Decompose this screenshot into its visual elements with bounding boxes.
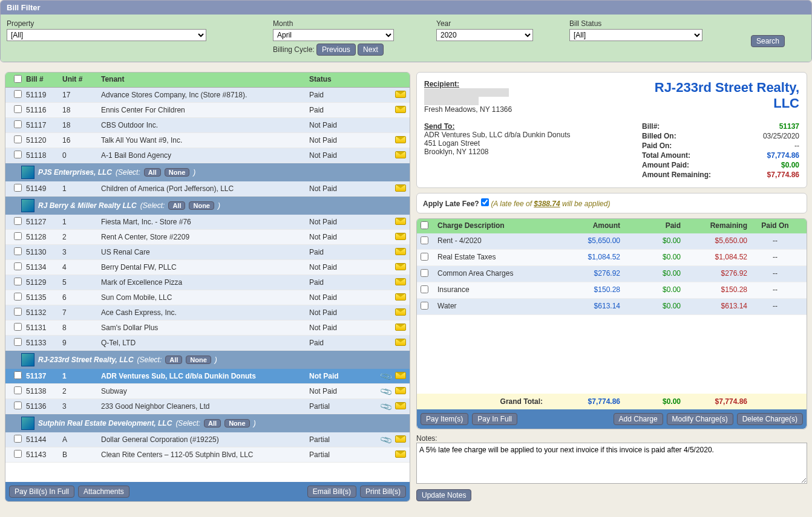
mail-icon[interactable] (395, 339, 406, 346)
table-row[interactable]: 51136 3 233 Good Neighbor Cleaners, Ltd … (5, 399, 410, 414)
select-all-checkbox[interactable] (14, 75, 22, 83)
mail-icon[interactable] (395, 387, 406, 394)
charge-amount[interactable]: $613.14 (555, 302, 620, 311)
charge-row[interactable]: Common Area Charges $276.92 $0.00 $276.9… (417, 266, 807, 282)
charge-amount[interactable]: $150.28 (555, 285, 620, 295)
group-select-all[interactable]: All (204, 419, 221, 428)
mail-icon[interactable] (395, 278, 406, 285)
row-checkbox[interactable] (14, 323, 22, 331)
row-checkbox[interactable] (14, 435, 22, 443)
attachment-icon[interactable]: 📎 (379, 369, 393, 383)
modify-charges-button[interactable]: Modify Charge(s) (667, 413, 733, 425)
charge-row[interactable]: Rent - 4/2020 $5,650.00 $0.00 $5,650.00 … (417, 233, 807, 250)
table-row[interactable]: 51130 3 US Renal Care Paid (5, 245, 410, 260)
table-body[interactable]: 51119 17 Advance Stores Company, Inc (St… (5, 88, 410, 482)
mail-icon[interactable] (395, 263, 406, 270)
charge-checkbox[interactable] (421, 253, 428, 261)
mail-icon[interactable] (395, 372, 406, 379)
previous-button[interactable]: Previous (316, 44, 356, 56)
charges-select-all[interactable] (421, 221, 428, 229)
mail-icon[interactable] (395, 136, 406, 143)
row-checkbox[interactable] (14, 450, 22, 458)
delete-charges-button[interactable]: Delete Charge(s) (737, 413, 803, 425)
attachment-icon[interactable]: 📎 (379, 400, 393, 413)
table-row[interactable]: 51143 B Clean Rite Centers – 112-05 Sutp… (5, 447, 410, 463)
table-row[interactable]: 51138 2 Subway Not Paid 📎 (5, 384, 410, 399)
notes-textarea[interactable]: A 5% late fee charge will be applied to … (416, 443, 807, 484)
row-checkbox[interactable] (14, 184, 22, 192)
charge-row[interactable]: Real Estate Taxes $1,084.52 $0.00 $1,084… (417, 250, 807, 266)
group-select-none[interactable]: None (186, 356, 211, 364)
row-checkbox[interactable] (14, 105, 22, 113)
row-checkbox[interactable] (14, 293, 22, 301)
table-row[interactable]: 51133 9 Q-Tel, LTD Paid (5, 336, 410, 351)
group-select-all[interactable]: All (165, 356, 182, 364)
charge-row[interactable]: Water $613.14 $0.00 $613.14 -- (417, 299, 807, 315)
table-row[interactable]: 51127 1 Fiesta Mart, Inc. - Store #76 No… (5, 215, 410, 230)
row-checkbox[interactable] (14, 278, 22, 285)
table-row[interactable]: 51134 4 Berry Dental FW, PLLC Not Paid (5, 260, 410, 275)
charge-checkbox[interactable] (421, 236, 428, 244)
table-row[interactable]: 51135 6 Sun Com Mobile, LLC Not Paid (5, 290, 410, 305)
group-select-none[interactable]: None (224, 419, 250, 428)
mail-icon[interactable] (395, 151, 406, 158)
late-fee-checkbox[interactable] (481, 198, 489, 206)
row-checkbox[interactable] (14, 232, 22, 240)
add-charge-button[interactable]: Add Charge (614, 413, 663, 425)
row-checkbox[interactable] (14, 135, 22, 143)
table-row[interactable]: 51132 7 Ace Cash Express, Inc. Not Paid (5, 305, 410, 320)
mail-icon[interactable] (395, 435, 406, 443)
year-select[interactable]: 2020 (436, 29, 533, 41)
row-checkbox[interactable] (14, 371, 22, 379)
mail-icon[interactable] (395, 293, 406, 301)
month-select[interactable]: April (273, 29, 394, 41)
mail-icon[interactable] (395, 450, 406, 458)
charge-row[interactable]: Insurance $150.28 $0.00 $150.28 -- (417, 282, 807, 299)
email-bills-button[interactable]: Email Bill(s) (307, 486, 356, 498)
table-row[interactable]: 51128 2 Rent A Center, Store #2209 Not P… (5, 230, 410, 245)
update-notes-button[interactable]: Update Notes (416, 489, 471, 501)
pay-bills-in-full-button[interactable]: Pay Bill(s) In Full (9, 486, 74, 498)
property-select[interactable]: [All] (7, 29, 206, 41)
print-bills-button[interactable]: Print Bill(s) (360, 486, 406, 498)
group-select-none[interactable]: None (165, 168, 190, 177)
row-checkbox[interactable] (14, 120, 22, 128)
row-checkbox[interactable] (14, 90, 22, 98)
group-select-all[interactable]: All (144, 168, 161, 177)
pay-items-button[interactable]: Pay Item(s) (421, 413, 468, 425)
table-row[interactable]: 51129 5 Mark of Excellence Pizza Paid (5, 275, 410, 290)
mail-icon[interactable] (395, 184, 406, 192)
header-tenant[interactable]: Tenant (101, 75, 309, 85)
table-row[interactable]: 51137 1 ADR Ventures Sub, LLC d/b/a Dunk… (5, 369, 410, 384)
mail-icon[interactable] (395, 308, 406, 316)
attachment-icon[interactable]: 📎 (379, 385, 393, 398)
row-checkbox[interactable] (14, 386, 22, 394)
table-row[interactable]: 51116 18 Ennis Center For Children Paid (5, 103, 410, 118)
row-checkbox[interactable] (14, 247, 22, 255)
charge-amount[interactable]: $276.92 (555, 269, 620, 279)
mail-icon[interactable] (395, 402, 406, 409)
row-checkbox[interactable] (14, 262, 22, 270)
row-checkbox[interactable] (14, 402, 22, 409)
attachment-icon[interactable]: 📎 (379, 433, 393, 446)
table-row[interactable]: 51131 8 Sam's Dollar Plus Not Paid (5, 320, 410, 336)
row-checkbox[interactable] (14, 151, 22, 158)
table-row[interactable]: 51149 1 Children of America (Port Jeffer… (5, 181, 410, 197)
pay-in-full-button[interactable]: Pay In Full (472, 413, 517, 425)
attachments-button[interactable]: Attachments (78, 486, 129, 498)
next-button[interactable]: Next (358, 44, 384, 56)
charge-amount[interactable]: $1,084.52 (555, 253, 620, 262)
group-select-all[interactable]: All (168, 201, 185, 210)
row-checkbox[interactable] (14, 338, 22, 346)
group-select-none[interactable]: None (189, 201, 214, 210)
table-row[interactable]: 51118 0 A-1 Bail Bond Agency Not Paid (5, 148, 410, 163)
table-row[interactable]: 51120 16 Talk All You Want #9, Inc. Not … (5, 133, 410, 148)
row-checkbox[interactable] (14, 308, 22, 316)
row-checkbox[interactable] (14, 217, 22, 225)
charge-amount[interactable]: $5,650.00 (555, 236, 620, 246)
status-select[interactable]: [All] (569, 29, 702, 41)
header-bill[interactable]: Bill # (26, 75, 62, 85)
charge-checkbox[interactable] (421, 285, 428, 293)
charge-checkbox[interactable] (421, 269, 428, 277)
table-row[interactable]: 51117 18 CBS Outdoor Inc. Not Paid (5, 118, 410, 133)
